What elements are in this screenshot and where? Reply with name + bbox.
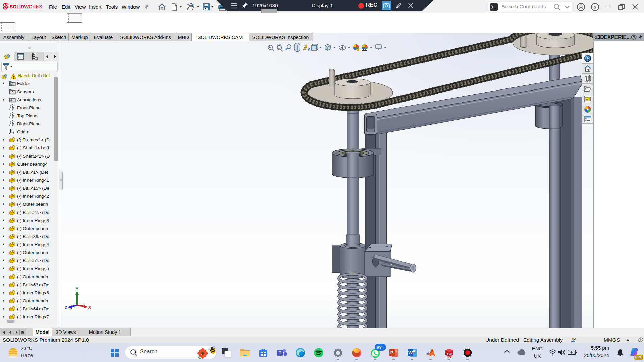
svg-text:Outer bearing<: Outer bearing< (17, 162, 48, 167)
svg-text:(-) Inner Ring<6: (-) Inner Ring<6 (17, 290, 49, 295)
svg-text:(-) Inner Ring<3: (-) Inner Ring<3 (17, 218, 49, 223)
svg-text:Z: Z (65, 305, 67, 310)
svg-text:A: A (10, 98, 13, 102)
svg-text:(-) Shaft2<1> (D: (-) Shaft2<1> (D (17, 154, 50, 159)
svg-text:Sensors: Sensors (17, 89, 34, 94)
svg-text:W: W (408, 350, 413, 355)
svg-text:Y: Y (76, 286, 79, 291)
svg-text:Right Plane: Right Plane (17, 121, 41, 126)
svg-text:(-) Ball<39> (De: (-) Ball<39> (De (17, 234, 49, 239)
svg-text:T: T (279, 350, 281, 355)
svg-text:A: A (308, 47, 311, 52)
svg-text:(-) Ball<15> (De: (-) Ball<15> (De (17, 186, 49, 191)
svg-text:(-) Outer bearin: (-) Outer bearin (17, 274, 48, 279)
svg-text:?: ? (593, 4, 596, 10)
svg-text:(-) Ball<27> (De: (-) Ball<27> (De (17, 210, 49, 215)
svg-text:X: X (88, 305, 91, 310)
svg-text:(-) Inner Ring<1: (-) Inner Ring<1 (17, 178, 49, 183)
svg-text:Origin: Origin (17, 129, 29, 134)
svg-text:Annotations: Annotations (17, 97, 41, 102)
svg-text:Hand_Drill (Def: Hand_Drill (Def (18, 73, 50, 78)
svg-text:(-) Ball<51> (De: (-) Ball<51> (De (17, 258, 49, 263)
svg-text:SOLIDWORKS: SOLIDWORKS (10, 4, 42, 9)
svg-text:Front Plane: Front Plane (17, 105, 41, 110)
svg-text:(-) Ball<63> (De: (-) Ball<63> (De (17, 282, 49, 287)
svg-text:(-) Outer bearin: (-) Outer bearin (17, 250, 48, 255)
svg-text:(-) Ball<1> (Def: (-) Ball<1> (Def (17, 170, 48, 175)
svg-text:Folder: Folder (17, 81, 30, 86)
svg-text:(-) Inner Ring<7: (-) Inner Ring<7 (17, 314, 49, 319)
svg-text:(-) Outer bearin: (-) Outer bearin (17, 298, 48, 303)
svg-text:(-) Inner Ring<2: (-) Inner Ring<2 (17, 194, 49, 199)
svg-text:(-) Shaft 1<1> (I: (-) Shaft 1<1> (I (17, 145, 49, 150)
svg-text:(-) Inner Ring<4: (-) Inner Ring<4 (17, 242, 49, 247)
svg-text:(-) Inner Ring<5: (-) Inner Ring<5 (17, 266, 49, 271)
svg-text:(-) Outer bearin: (-) Outer bearin (17, 226, 48, 231)
svg-text:(f) Frame<1> (D: (f) Frame<1> (D (17, 137, 50, 142)
svg-text:(-) Ball<64> (De: (-) Ball<64> (De (17, 306, 49, 311)
svg-text:Top Plane: Top Plane (17, 113, 37, 118)
svg-text:2024: 2024 (447, 356, 452, 358)
svg-text:P: P (390, 350, 393, 355)
svg-text:(-) Outer bearin: (-) Outer bearin (17, 202, 48, 207)
